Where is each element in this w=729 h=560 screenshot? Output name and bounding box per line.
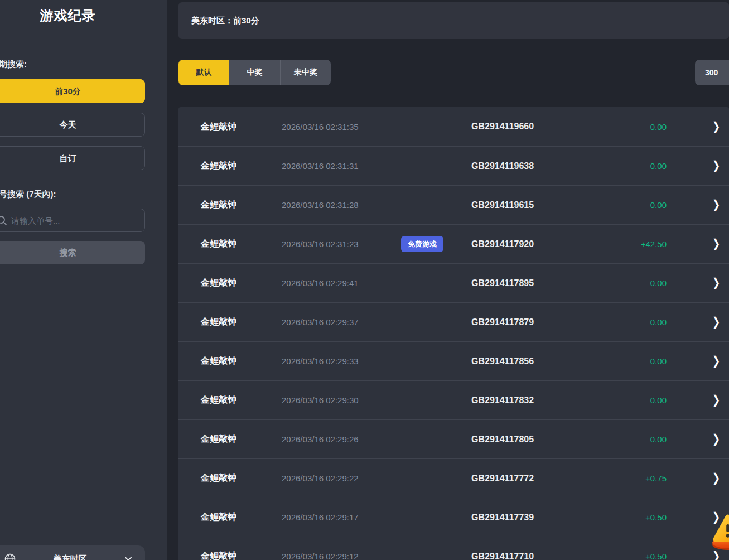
record-amount: 0.00 bbox=[563, 278, 708, 288]
warning-mascot-icon bbox=[711, 512, 729, 550]
record-timestamp: 2026/03/16 02:29:41 bbox=[282, 278, 401, 288]
record-timestamp: 2026/03/16 02:31:35 bbox=[282, 122, 401, 132]
range-last30min-button[interactable]: 前30分 bbox=[0, 79, 145, 103]
game-name: 金鲤敲钟 bbox=[201, 316, 282, 328]
record-row[interactable]: 金鲤敲钟 2026/03/16 02:29:17 GB2914117739 +0… bbox=[178, 498, 729, 537]
timezone-label: 美东时区 bbox=[16, 554, 124, 560]
record-row[interactable]: 金鲤敲钟 2026/03/16 02:29:22 GB2914117772 +0… bbox=[178, 458, 729, 498]
chevron-right-icon[interactable]: ❯ bbox=[708, 354, 725, 368]
page-title: 游戏纪录 bbox=[0, 7, 145, 25]
chevron-right-icon[interactable]: ❯ bbox=[708, 315, 725, 329]
record-amount: 0.00 bbox=[563, 435, 708, 444]
chevron-right-icon[interactable]: ❯ bbox=[708, 393, 725, 407]
record-timestamp: 2026/03/16 02:29:33 bbox=[282, 356, 401, 366]
chevron-right-icon[interactable]: ❯ bbox=[708, 276, 725, 290]
tab-no-win[interactable]: 未中奖 bbox=[280, 60, 331, 85]
record-row[interactable]: 金鲤敲钟 2026/03/16 02:29:33 GB2914117856 0.… bbox=[178, 341, 729, 380]
record-timestamp: 2026/03/16 02:29:26 bbox=[282, 435, 401, 444]
record-amount: +0.75 bbox=[563, 474, 708, 483]
record-row[interactable]: 金鲤敲钟 2026/03/16 02:29:12 GB2914117710 +0… bbox=[178, 537, 729, 560]
game-name: 金鲤敲钟 bbox=[201, 199, 282, 211]
globe-icon bbox=[4, 553, 16, 560]
chevron-right-icon[interactable]: ❯ bbox=[708, 432, 725, 446]
record-amount: 0.00 bbox=[563, 356, 708, 366]
order-id: GB2914119638 bbox=[471, 161, 563, 171]
chevron-right-icon[interactable]: ❯ bbox=[708, 158, 725, 173]
chevron-right-icon[interactable]: ❯ bbox=[708, 471, 725, 485]
game-name: 金鲤敲钟 bbox=[201, 160, 282, 172]
record-row[interactable]: 金鲤敲钟 2026/03/16 02:31:31 GB2914119638 0.… bbox=[178, 146, 729, 185]
record-amount: +0.50 bbox=[563, 552, 708, 560]
order-id: GB2914117805 bbox=[471, 435, 563, 445]
order-id: GB2914119660 bbox=[471, 122, 563, 132]
game-name: 金鲤敲钟 bbox=[201, 472, 282, 484]
game-name: 金鲤敲钟 bbox=[201, 277, 282, 289]
order-search-input[interactable] bbox=[0, 209, 145, 232]
order-id: GB2914117710 bbox=[471, 552, 563, 560]
game-name: 金鲤敲钟 bbox=[201, 355, 282, 367]
date-search-label: 日期搜索: bbox=[0, 59, 145, 70]
record-amount: 0.00 bbox=[563, 200, 708, 210]
free-game-badge: 免费游戏 bbox=[401, 236, 443, 252]
range-custom-button[interactable]: 自订 bbox=[0, 146, 145, 170]
chevron-right-icon[interactable]: ❯ bbox=[708, 197, 725, 212]
record-timestamp: 2026/03/16 02:31:28 bbox=[282, 200, 401, 210]
game-name: 金鲤敲钟 bbox=[201, 511, 282, 523]
sidebar: 游戏纪录 日期搜索: 前30分 今天 自订 单号搜索 (7天內): 搜索 美东时… bbox=[0, 0, 167, 560]
order-id: GB2914117920 bbox=[471, 239, 563, 249]
record-row[interactable]: 金鲤敲钟 2026/03/16 02:29:37 GB2914117879 0.… bbox=[178, 302, 729, 341]
record-row[interactable]: 金鲤敲钟 2026/03/16 02:29:30 GB2914117832 0.… bbox=[178, 380, 729, 419]
chevron-right-icon[interactable]: ❯ bbox=[708, 119, 725, 134]
order-search-label: 单号搜索 (7天內): bbox=[0, 189, 145, 200]
record-amount: 0.00 bbox=[563, 161, 708, 171]
result-filter-tabs: 默认 中奖 未中奖 bbox=[178, 60, 331, 85]
record-amount: +42.50 bbox=[563, 239, 708, 249]
order-id: GB2914117879 bbox=[471, 317, 563, 327]
record-timestamp: 2026/03/16 02:29:12 bbox=[282, 552, 401, 560]
record-timestamp: 2026/03/16 02:29:37 bbox=[282, 317, 401, 327]
order-search-field bbox=[0, 209, 145, 232]
tab-default[interactable]: 默认 bbox=[178, 60, 229, 85]
timezone-selector[interactable]: 美东时区 bbox=[0, 545, 145, 560]
badge-cell: 免费游戏 bbox=[401, 236, 443, 252]
chevron-right-icon[interactable]: ❯ bbox=[708, 236, 725, 251]
tab-win[interactable]: 中奖 bbox=[229, 60, 280, 85]
search-button[interactable]: 搜索 bbox=[0, 241, 145, 264]
order-id: GB2914117856 bbox=[471, 356, 563, 366]
chevron-down-icon bbox=[124, 554, 133, 560]
record-timestamp: 2026/03/16 02:31:31 bbox=[282, 161, 401, 171]
record-amount: +0.50 bbox=[563, 513, 708, 522]
record-amount: 0.00 bbox=[563, 122, 708, 132]
main-content: 美东时区：前30分 默认 中奖 未中奖 300 金鲤敲钟 2026/03/16 … bbox=[178, 0, 729, 560]
order-id: GB2914117772 bbox=[471, 474, 563, 484]
order-id: GB2914117895 bbox=[471, 278, 563, 288]
record-row[interactable]: 金鲤敲钟 2026/03/16 02:31:35 GB2914119660 0.… bbox=[178, 107, 729, 146]
record-timestamp: 2026/03/16 02:29:30 bbox=[282, 395, 401, 405]
timezone-header-text: 美东时区：前30分 bbox=[191, 16, 259, 26]
page-size-button[interactable]: 300 bbox=[695, 60, 729, 85]
record-row[interactable]: 金鲤敲钟 2026/03/16 02:31:28 GB2914119615 0.… bbox=[178, 185, 729, 224]
record-row[interactable]: 金鲤敲钟 2026/03/16 02:29:26 GB2914117805 0.… bbox=[178, 419, 729, 458]
record-timestamp: 2026/03/16 02:29:17 bbox=[282, 513, 401, 522]
range-today-button[interactable]: 今天 bbox=[0, 113, 145, 137]
game-name: 金鲤敲钟 bbox=[201, 394, 282, 406]
game-name: 金鲤敲钟 bbox=[201, 238, 282, 250]
timezone-header-bar: 美东时区：前30分 bbox=[178, 2, 729, 39]
chevron-right-icon[interactable]: ❯ bbox=[708, 549, 725, 560]
record-row[interactable]: 金鲤敲钟 2026/03/16 02:29:41 GB2914117895 0.… bbox=[178, 263, 729, 302]
game-name: 金鲤敲钟 bbox=[201, 121, 282, 133]
game-records-page: { "sidebar": { "title": "游戏纪录", "date_se… bbox=[0, 0, 729, 560]
records-list: 金鲤敲钟 2026/03/16 02:31:35 GB2914119660 0.… bbox=[178, 107, 729, 560]
record-timestamp: 2026/03/16 02:31:23 bbox=[282, 239, 401, 249]
game-name: 金鲤敲钟 bbox=[201, 551, 282, 560]
record-row[interactable]: 金鲤敲钟 2026/03/16 02:31:23 免费游戏 GB29141179… bbox=[178, 224, 729, 263]
record-amount: 0.00 bbox=[563, 317, 708, 327]
order-id: GB2914117739 bbox=[471, 513, 563, 523]
record-timestamp: 2026/03/16 02:29:22 bbox=[282, 474, 401, 483]
game-name: 金鲤敲钟 bbox=[201, 433, 282, 445]
record-amount: 0.00 bbox=[563, 395, 708, 405]
order-id: GB2914119615 bbox=[471, 200, 563, 210]
order-id: GB2914117832 bbox=[471, 395, 563, 405]
